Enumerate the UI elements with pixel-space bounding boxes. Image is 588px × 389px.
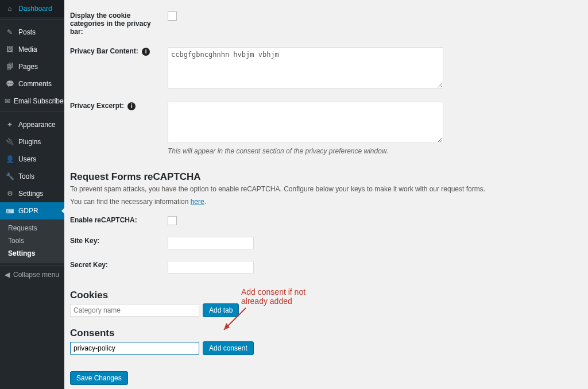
privacy-bar-content-label: Privacy Bar Content: xyxy=(70,47,138,55)
sidebar-item-label: Dashboard xyxy=(18,5,52,13)
display-cookie-categories-checkbox[interactable] xyxy=(168,11,177,21)
users-icon: 👤 xyxy=(5,154,15,164)
wrench-icon: 🔧 xyxy=(5,171,15,182)
sidebar-item-label: Plugins xyxy=(18,138,41,146)
sidebar-item-gdpr[interactable]: 🪪 GDPR xyxy=(0,202,64,219)
recaptcha-info-prefix: You can find the necessary information xyxy=(70,198,191,206)
sidebar-item-label: Users xyxy=(18,155,36,163)
privacy-excerpt-help: This will appear in the consent section … xyxy=(168,147,571,155)
collapse-icon: ◀ xyxy=(5,271,10,279)
consents-section-title: Consents xyxy=(70,328,577,339)
recaptcha-info-line: You can find the necessary information h… xyxy=(70,198,529,206)
sliders-icon: ⚙ xyxy=(5,188,15,199)
privacy-excerpt-textarea[interactable] xyxy=(168,102,443,143)
submenu-item-requests[interactable]: Requests xyxy=(0,222,64,234)
sidebar-item-label: Media xyxy=(18,45,37,53)
page-icon: 🗐 xyxy=(5,61,15,72)
menu-separator xyxy=(0,19,64,22)
info-icon[interactable]: i xyxy=(127,102,136,110)
site-key-label: Site Key: xyxy=(70,231,168,255)
sidebar-item-label: Posts xyxy=(18,28,36,36)
cookie-category-input[interactable] xyxy=(70,304,199,317)
gdpr-submenu: Requests Tools Settings xyxy=(0,219,64,263)
recaptcha-section-title: Request Forms reCAPTCHA xyxy=(70,171,577,183)
sidebar-item-label: GDPR xyxy=(18,207,38,215)
collapse-menu-label: Collapse menu xyxy=(13,271,59,279)
sidebar-item-dashboard[interactable]: ⌂ Dashboard xyxy=(0,0,64,17)
site-key-input[interactable] xyxy=(168,237,254,249)
sidebar-item-users[interactable]: 👤 Users xyxy=(0,151,64,168)
submenu-item-tools[interactable]: Tools xyxy=(0,234,64,247)
collapse-menu-button[interactable]: ◀ Collapse menu xyxy=(0,265,64,283)
admin-sidebar: ⌂ Dashboard ✎ Posts 🖼 Media 🗐 Pages 💬 Co… xyxy=(0,0,64,389)
sidebar-item-plugins[interactable]: 🔌 Plugins xyxy=(0,133,64,151)
sidebar-item-label: Tools xyxy=(18,172,34,180)
mail-icon: ✉ xyxy=(5,96,10,106)
privacy-excerpt-label: Privacy Excerpt: xyxy=(70,102,124,110)
info-icon[interactable]: i xyxy=(142,48,150,56)
sidebar-item-label: Appearance xyxy=(18,121,56,129)
plug-icon: 🔌 xyxy=(5,137,15,147)
consent-name-input[interactable] xyxy=(70,342,199,355)
secret-key-input[interactable] xyxy=(168,261,254,274)
recaptcha-desc: To prevent spam attacks, you have the op… xyxy=(70,185,529,193)
main-content: Display the cookie categories in the pri… xyxy=(64,0,588,389)
cookies-section-title: Cookies xyxy=(70,290,577,301)
sidebar-item-email-subscribers[interactable]: ✉ Email Subscribers xyxy=(0,93,64,110)
add-consent-button[interactable]: Add consent xyxy=(203,341,254,355)
sidebar-item-appearance[interactable]: ✦ Appearance xyxy=(0,116,64,133)
menu-separator xyxy=(0,111,64,114)
sidebar-item-label: Comments xyxy=(18,80,52,88)
pin-icon: ✎ xyxy=(5,27,15,37)
display-cookie-categories-label: Display the cookie categories in the pri… xyxy=(70,6,168,41)
sidebar-item-label: Pages xyxy=(18,63,38,71)
sidebar-item-comments[interactable]: 💬 Comments xyxy=(0,75,64,93)
privacy-bar-content-textarea[interactable]: ccbgfgbncghnhn hvbjm vbhjm xyxy=(168,47,443,88)
dashboard-icon: ⌂ xyxy=(5,3,15,14)
add-tab-button[interactable]: Add tab xyxy=(203,303,239,317)
sidebar-item-tools[interactable]: 🔧 Tools xyxy=(0,168,64,185)
enable-recaptcha-label: Enable reCAPTCHA: xyxy=(70,210,168,231)
id-icon: 🪪 xyxy=(5,206,15,216)
sidebar-item-pages[interactable]: 🗐 Pages xyxy=(0,58,64,75)
brush-icon: ✦ xyxy=(5,120,15,130)
sidebar-item-media[interactable]: 🖼 Media xyxy=(0,41,64,58)
enable-recaptcha-checkbox[interactable] xyxy=(168,216,177,225)
secret-key-label: Secret Key: xyxy=(70,255,168,279)
media-icon: 🖼 xyxy=(5,44,15,55)
sidebar-item-settings[interactable]: ⚙ Settings xyxy=(0,185,64,202)
sidebar-item-label: Settings xyxy=(18,190,43,198)
sidebar-item-label: Email Subscribers xyxy=(14,97,64,105)
comment-icon: 💬 xyxy=(5,79,15,89)
submenu-item-settings[interactable]: Settings xyxy=(0,247,64,260)
sidebar-item-posts[interactable]: ✎ Posts xyxy=(0,24,64,41)
save-changes-button[interactable]: Save Changes xyxy=(70,371,128,385)
recaptcha-info-link[interactable]: here xyxy=(191,198,204,206)
